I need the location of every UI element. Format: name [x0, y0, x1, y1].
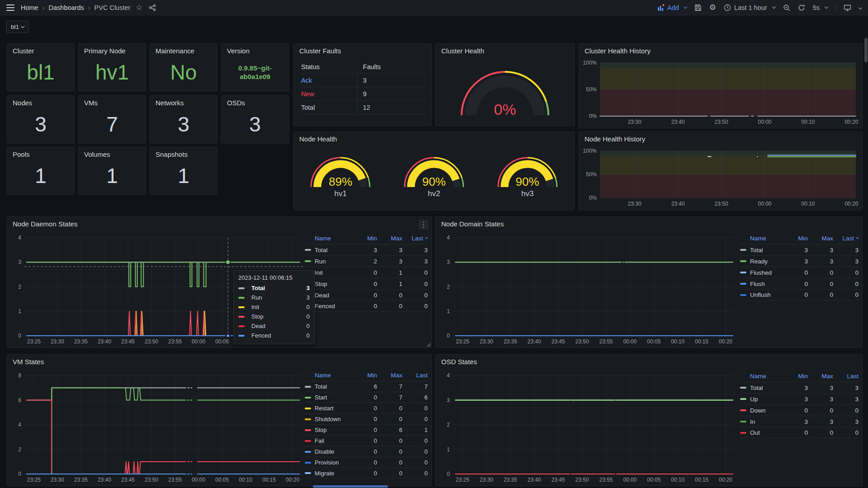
series-name[interactable]: Stop: [315, 427, 352, 433]
breadcrumb-home[interactable]: Home: [21, 4, 38, 11]
legend-max: 0: [377, 459, 402, 466]
dashboard-settings-icon[interactable]: ⚙: [709, 3, 716, 12]
legend-col-name[interactable]: Name: [305, 235, 352, 242]
panel-title[interactable]: Snapshots: [156, 150, 188, 158]
vm-states-chart[interactable]: 23:2523:3023:3523:4023:4523:5023:5500:00…: [11, 371, 305, 484]
series-name[interactable]: Disable: [315, 448, 352, 455]
panel-title[interactable]: Node Health History: [585, 135, 645, 143]
panel-title[interactable]: Node Health: [299, 135, 337, 143]
column-header[interactable]: Faults: [358, 63, 426, 70]
breadcrumb-current[interactable]: PVC Cluster: [94, 4, 131, 11]
svg-text:00:05: 00:05: [215, 338, 229, 345]
panel-title[interactable]: Volumes: [84, 150, 110, 158]
panel-title[interactable]: Pools: [13, 150, 30, 158]
refresh-interval-picker[interactable]: 5s: [813, 4, 828, 11]
panel-title[interactable]: VMs: [84, 99, 98, 107]
tv-mode-icon[interactable]: [844, 4, 851, 11]
panel-title[interactable]: Cluster: [13, 47, 34, 55]
series-name[interactable]: Down: [750, 407, 783, 414]
legend-col-min[interactable]: Min: [352, 235, 377, 242]
series-name[interactable]: Provision: [315, 459, 352, 466]
panel-title[interactable]: OSDs: [227, 99, 245, 107]
series-name[interactable]: Total: [315, 247, 352, 253]
cluster-variable-dropdown[interactable]: bl1: [6, 21, 28, 33]
node-domain-states-chart[interactable]: 23:2523:3023:3523:4023:4523:5023:5500:00…: [439, 233, 738, 346]
series-name[interactable]: Stop: [315, 281, 352, 287]
stat-value: No: [150, 57, 217, 88]
legend-last: 0: [833, 281, 859, 287]
favorite-star-icon[interactable]: ☆: [136, 3, 142, 12]
legend-col-min[interactable]: Min: [783, 235, 808, 242]
series-name[interactable]: Dead: [315, 292, 352, 299]
legend-col-last[interactable]: Last: [402, 235, 428, 242]
refresh-icon[interactable]: [798, 4, 805, 11]
horizontal-scrollbar-thumb[interactable]: [313, 485, 388, 488]
legend-col-max[interactable]: Max: [808, 235, 833, 242]
save-dashboard-icon[interactable]: [694, 4, 702, 11]
zoom-out-icon[interactable]: [783, 4, 790, 11]
legend-col-last[interactable]: Last: [833, 235, 859, 242]
time-range-picker[interactable]: Last 1 hour: [724, 4, 775, 11]
series-name[interactable]: Out: [750, 429, 783, 436]
legend-col-min[interactable]: Min: [352, 372, 377, 379]
series-name[interactable]: Flush: [750, 281, 783, 287]
panel-title[interactable]: Primary Node: [84, 47, 126, 55]
series-name[interactable]: Restart: [315, 405, 352, 412]
series-name[interactable]: Total: [750, 247, 783, 253]
legend-col-name[interactable]: Name: [740, 373, 783, 380]
panel-title[interactable]: Nodes: [13, 99, 32, 107]
fault-status-link[interactable]: New: [301, 90, 314, 98]
panel-title[interactable]: Node Daemon States: [13, 220, 77, 228]
panel-title[interactable]: Cluster Health History: [585, 47, 651, 55]
fault-status-link[interactable]: Ack: [301, 77, 312, 84]
legend-min: 0: [352, 394, 377, 401]
legend-col-max[interactable]: Max: [377, 235, 402, 242]
panel-title[interactable]: Cluster Health: [441, 47, 484, 55]
panel-title[interactable]: Maintenance: [156, 47, 194, 55]
series-name[interactable]: Flushed: [750, 269, 783, 276]
panel-resize-handle[interactable]: [426, 343, 430, 347]
legend-col-max[interactable]: Max: [808, 373, 833, 380]
legend-col-last[interactable]: Last: [833, 373, 859, 380]
hamburger-menu-icon[interactable]: [6, 5, 14, 11]
legend-col-min[interactable]: Min: [783, 373, 808, 380]
share-icon[interactable]: [149, 4, 156, 11]
add-button[interactable]: Add: [657, 4, 687, 11]
series-name[interactable]: Unflush: [750, 291, 783, 298]
series-name[interactable]: Total: [315, 383, 352, 390]
series-name[interactable]: Start: [315, 394, 352, 401]
column-header[interactable]: Status: [299, 60, 358, 73]
legend-min: 0: [352, 459, 377, 466]
series-name[interactable]: Ready: [750, 258, 783, 265]
panel-title[interactable]: Cluster Faults: [299, 47, 341, 55]
series-name[interactable]: Total: [750, 385, 783, 391]
panel-title[interactable]: Version: [227, 47, 250, 55]
legend-col-name[interactable]: Name: [305, 372, 352, 379]
legend-col-last[interactable]: Last: [402, 372, 428, 379]
node-health-history-chart[interactable]: 23:3023:4023:5000:0000:1000:200%50%100%: [582, 146, 859, 208]
series-name[interactable]: Shutdown: [315, 416, 352, 422]
legend-col-name[interactable]: Name: [740, 235, 783, 242]
panel-menu-icon[interactable]: ⋮: [419, 220, 429, 230]
series-name[interactable]: In: [750, 418, 783, 425]
series-name[interactable]: Fail: [315, 437, 352, 444]
series-name[interactable]: Fenced: [315, 303, 352, 310]
breadcrumb-dashboards[interactable]: Dashboards: [49, 4, 84, 11]
toolbar-more-chevron[interactable]: [859, 6, 862, 9]
legend-last: 3: [833, 385, 859, 391]
series-name[interactable]: Run: [315, 258, 352, 265]
series-name[interactable]: Init: [315, 269, 352, 276]
panel-title[interactable]: OSD States: [441, 358, 477, 366]
panel-title[interactable]: VM States: [13, 358, 44, 366]
osd-states-chart[interactable]: 23:2523:3023:3523:4023:4523:5023:5500:00…: [439, 371, 738, 484]
vertical-scrollbar-thumb[interactable]: [864, 38, 868, 62]
series-name[interactable]: Migrate: [315, 470, 352, 477]
legend-row: Disable000: [305, 446, 428, 457]
breadcrumb: Home › Dashboards › PVC Cluster: [21, 4, 130, 11]
legend-col-max[interactable]: Max: [377, 372, 402, 379]
legend-max: 3: [808, 396, 833, 403]
series-name[interactable]: Up: [750, 396, 783, 403]
panel-title[interactable]: Networks: [156, 99, 184, 107]
cluster-health-history-chart[interactable]: 23:3023:4023:5000:0000:1000:200%50%100%: [582, 58, 859, 126]
panel-title[interactable]: Node Domain States: [441, 220, 504, 228]
